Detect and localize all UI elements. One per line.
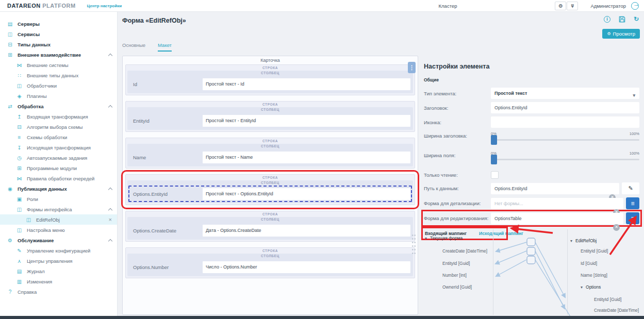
tree-group-options[interactable]: ▾Options <box>581 284 601 291</box>
page-title: Форма «EditRefObj» <box>122 17 186 24</box>
layout-row-id[interactable]: СТРОКА СТОЛБЕЦ IdПростой текст - Id <box>125 64 415 95</box>
sidebar-item-external-data-types[interactable]: ∷Внешние типы данных <box>0 70 117 80</box>
layout-row-options-number[interactable]: СТРОКА СТОЛБЕЦ Options.NumberЧисло - Opt… <box>125 247 415 278</box>
sidebar-item-queue-processing-rules[interactable]: ⋈Правила обработки очередей <box>0 173 117 183</box>
key-icon: ◉ <box>6 186 14 192</box>
sidebar-item-control-centers[interactable]: ⋏Центры управления <box>0 256 117 266</box>
sidebar-item-data-types[interactable]: ⊟Типы данных <box>0 39 117 49</box>
layout-row-options-createdate[interactable]: СТРОКА СТОЛБЕЦ Options.CreateDateДата - … <box>125 211 415 242</box>
sidebar-item-external-systems[interactable]: ⋈Внешние системы <box>0 60 117 70</box>
sidebar-item-handlers[interactable]: ◫Обработчики <box>0 80 117 91</box>
sidebar-item-plugins[interactable]: ◈Плагины <box>0 91 117 101</box>
bottom-scrollbar[interactable] <box>0 316 644 319</box>
refresh-icon[interactable]: ↻ <box>634 15 639 23</box>
info-icon[interactable]: i <box>604 16 610 23</box>
layout-row-options-entityid[interactable]: СТРОКА СТОЛБЕЦ Options.EntityIdПростой т… <box>125 174 415 205</box>
tree-field[interactable]: Number [Int] <box>442 273 467 279</box>
sidebar-item-schema-selection-algorithm[interactable]: ⊟Алгоритм выбора схемы <box>0 122 117 132</box>
topology-button[interactable]: ⋔ <box>567 2 578 10</box>
detail-form-input[interactable]: Нет формы...✕ <box>491 198 623 209</box>
sidebar-item-roles[interactable]: ▣Роли <box>0 194 117 204</box>
sidebar-item-program-modules[interactable]: ⊞Программные модули <box>0 163 117 173</box>
slider-max: 100% <box>630 151 639 156</box>
edit-form-input[interactable]: OptionsTable✕ <box>491 213 623 224</box>
edit-path-button[interactable]: ✎ <box>622 182 639 194</box>
data-path-input[interactable]: Options.EntityId✕ <box>491 183 619 194</box>
row-tag: СТРОКА <box>127 248 413 254</box>
close-icon[interactable]: × <box>109 216 112 223</box>
settings-center-link[interactable]: Центр настройки <box>87 4 122 8</box>
preview-button[interactable]: ⚙ Просмотр <box>602 29 640 39</box>
preview-gear-icon: ⚙ <box>607 31 610 36</box>
panel-resize-handle[interactable] <box>411 233 416 254</box>
sidebar-item-help[interactable]: ?Справка <box>0 287 117 297</box>
logout-button[interactable]: → <box>631 2 639 10</box>
modules-icon: ⊞ <box>15 165 23 171</box>
field-element[interactable]: Простой текст - Id <box>203 78 410 90</box>
field-element[interactable]: Простой текст - EntityId <box>203 115 410 127</box>
sidebar-item-external-interaction[interactable]: ⊞Внешнее взаимодействие <box>0 49 117 60</box>
monitor-icon: ◫ <box>15 227 23 233</box>
sidebar-item-services[interactable]: ◫Сервисы <box>0 29 117 39</box>
sidebar-item-menu-settings[interactable]: ◫Настройка меню <box>0 225 117 235</box>
edit-form-row-annotated: Форма для редактирования: OptionsTable✕ … <box>424 212 639 224</box>
readonly-checkbox[interactable] <box>491 171 499 179</box>
sidebar-item-servers[interactable]: ▤Серверы <box>0 19 117 29</box>
save-icon[interactable] <box>619 16 625 23</box>
element-settings-panel: Настройки элемента Общие Тип элемента: П… <box>423 56 641 315</box>
id-card-icon: ▣ <box>15 196 23 202</box>
sidebar-item-data-publication[interactable]: ◉Публикация данных <box>0 183 117 194</box>
upload-icon: ↥ <box>15 114 23 120</box>
services-settings-button[interactable]: ⚙ <box>555 2 566 10</box>
sidebar-item-autorun-tasks[interactable]: ◷Автозапускаемые задания <box>0 153 117 163</box>
field-element[interactable]: Простой текст - Name <box>203 152 410 163</box>
card-menu-button[interactable]: ⋮ <box>408 62 416 73</box>
slider-track[interactable] <box>491 139 639 141</box>
header-input[interactable]: Options.EntityId <box>491 102 639 113</box>
tree-field[interactable]: EntityId [Guid] <box>581 248 608 255</box>
monitor-icon: ◫ <box>15 83 23 89</box>
tree-field[interactable]: Name [String] <box>581 273 607 279</box>
clear-icon[interactable]: ✕ <box>613 224 620 231</box>
icon-label: Иконка: <box>424 120 491 125</box>
tree-root-editrefobj[interactable]: ▾EditRefObj <box>570 238 597 244</box>
layout-row-entityid[interactable]: СТРОКА СТОЛБЕЦ EntityIdПростой текст - E… <box>125 101 415 132</box>
field-element[interactable]: Простой текст - Options.EntityId <box>203 188 410 200</box>
sidebar-item-editrefobj[interactable]: ◫EditRefObj× <box>0 214 117 225</box>
field-label: Name <box>129 155 203 160</box>
tab-outgoing-mapping[interactable]: Исходящий маппинг <box>479 231 523 236</box>
element-type-select[interactable]: Простой текст▾ <box>491 88 639 99</box>
tree-field[interactable]: CreateDate [DateTime] <box>594 308 639 314</box>
tree-field[interactable]: OwnerId [Guid] <box>442 284 472 291</box>
sidebar-item-journal[interactable]: ▤Журнал <box>0 266 117 276</box>
header-width-slider: 0%100% <box>491 131 639 141</box>
nodes-icon: ∷ <box>15 73 23 78</box>
sidebar-item-interface-forms[interactable]: ◫Формы интерфейса <box>0 204 117 214</box>
tree-field[interactable]: EntityId [Guid] <box>442 261 470 267</box>
tab-layout[interactable]: Макет <box>158 42 172 52</box>
select-detail-form-button[interactable]: ≡ <box>626 197 639 209</box>
tree-root-current-form[interactable]: ▾Текущая форма <box>425 236 463 242</box>
slider-handle[interactable] <box>491 155 497 164</box>
sidebar-item-incoming-transformation[interactable]: ↥Входящая трансформация <box>0 111 117 122</box>
slider-handle[interactable] <box>491 135 497 145</box>
branch-icon: ⋈ <box>15 176 23 181</box>
sidebar-item-processing[interactable]: ⇄Обработка <box>0 101 117 111</box>
field-element[interactable]: Число - Options.Number <box>203 261 410 273</box>
icon-input[interactable] <box>491 116 639 128</box>
gear-icon: ⚙ <box>6 238 14 243</box>
sidebar-item-maintenance[interactable]: ⚙Обслуживание <box>0 235 117 245</box>
sidebar-item-outgoing-transformation[interactable]: ↧Исходящая трансформация <box>0 142 117 153</box>
sidebar-item-processing-schemas[interactable]: ≡Схемы обработки <box>0 132 117 142</box>
select-edit-form-button[interactable]: ≡ <box>626 212 639 224</box>
tree-field[interactable]: CreateDate [DateTime] <box>442 248 487 255</box>
share-nodes-icon: ⋈ <box>15 62 23 68</box>
tree-field[interactable]: Id [Guid] <box>581 261 597 267</box>
sidebar-item-configuration-management[interactable]: ✎Управление конфигурацией <box>0 245 117 256</box>
sidebar-item-changes[interactable]: ▥Изменения <box>0 276 117 287</box>
slider-track[interactable] <box>491 159 639 160</box>
layout-row-name[interactable]: СТРОКА СТОЛБЕЦ NameПростой текст - Name <box>125 138 415 169</box>
tree-field[interactable]: EntityId [Guid] <box>594 297 621 303</box>
field-element[interactable]: Дата - Options.CreateDate <box>203 225 410 237</box>
tab-main[interactable]: Основные <box>122 42 145 52</box>
